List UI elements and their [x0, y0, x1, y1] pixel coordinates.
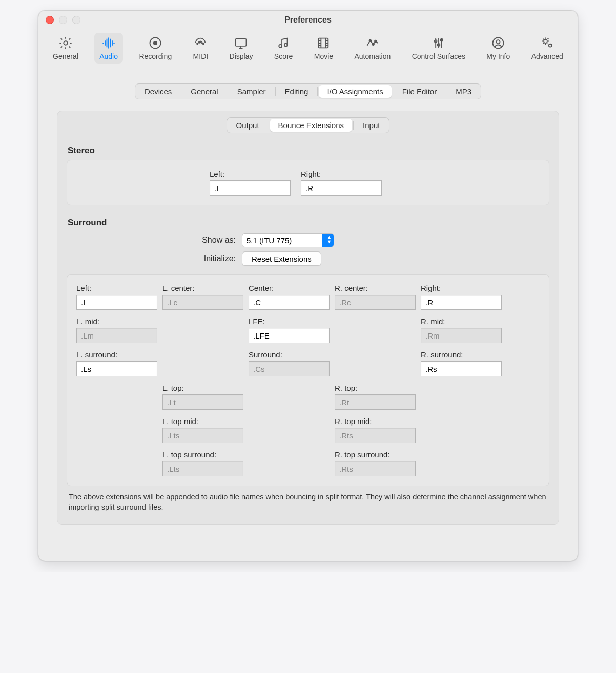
- field-center-input[interactable]: [249, 295, 330, 310]
- tabs-row-2: Output Bounce Extensions Input: [67, 117, 549, 133]
- field-surround-label: Surround:: [249, 350, 324, 359]
- field-rtopsurround-input: [335, 461, 416, 476]
- field-right-input[interactable]: [421, 295, 502, 310]
- field-ltopmid-label: L. top mid:: [162, 417, 238, 426]
- preferences-window: Preferences General Audio Recording MIDI: [38, 10, 578, 561]
- stereo-right-label: Right:: [301, 170, 382, 178]
- panel: Output Bounce Extensions Input Stereo Le…: [57, 111, 559, 525]
- svg-rect-8: [236, 39, 247, 46]
- field-rsurround-label: R. surround:: [421, 350, 497, 359]
- score-icon: [276, 36, 291, 50]
- content: Devices General Sampler Editing I/O Assi…: [38, 71, 578, 561]
- toolbar-label: Audio: [99, 52, 118, 60]
- surround-section-title: Surround: [68, 218, 549, 228]
- close-icon[interactable]: [46, 16, 54, 24]
- automation-icon: [365, 36, 380, 50]
- stereo-section-title: Stereo: [68, 145, 549, 156]
- svg-point-0: [64, 41, 67, 45]
- toolbar-movie[interactable]: Movie: [309, 33, 338, 64]
- midi-icon: [193, 36, 208, 50]
- record-icon: [148, 36, 162, 50]
- footer-note: The above extensions will be appended to…: [69, 492, 547, 512]
- toolbar-recording[interactable]: Recording: [134, 33, 177, 64]
- svg-point-2: [153, 41, 157, 45]
- field-lcenter-input: [162, 295, 243, 310]
- field-rtop-input: [335, 394, 416, 410]
- gears-icon: [540, 36, 555, 50]
- field-rcenter-label: R. center:: [335, 284, 410, 292]
- field-ltopsurround-input: [162, 461, 243, 476]
- tab-file-editor[interactable]: File Editor: [394, 85, 445, 98]
- field-rmid-input: [421, 328, 502, 343]
- toolbar-midi[interactable]: MIDI: [188, 33, 214, 64]
- toolbar-control-surfaces[interactable]: Control Surfaces: [407, 33, 470, 64]
- surround-grid: Left: L. center: Center: R. center: Righ…: [76, 284, 540, 476]
- toolbar-label: Recording: [139, 52, 172, 60]
- toolbar-label: MIDI: [193, 52, 209, 60]
- toolbar-my-info[interactable]: My Info: [481, 33, 515, 64]
- tab-output[interactable]: Output: [228, 119, 268, 132]
- field-ltop-input: [162, 394, 243, 410]
- window-title: Preferences: [284, 15, 332, 25]
- field-lfe-input[interactable]: [249, 328, 330, 343]
- toolbar-score[interactable]: Score: [269, 33, 298, 64]
- surround-grid-group: Left: L. center: Center: R. center: Righ…: [67, 274, 549, 486]
- field-lmid-label: L. mid:: [76, 317, 152, 326]
- zoom-icon[interactable]: [72, 16, 80, 24]
- traffic-lights: [46, 16, 80, 24]
- tab-sampler[interactable]: Sampler: [229, 85, 274, 98]
- reset-extensions-button[interactable]: Reset Extensions: [242, 251, 321, 266]
- field-lcenter-label: L. center:: [162, 284, 238, 292]
- toolbar-audio[interactable]: Audio: [94, 33, 123, 64]
- toolbar-general[interactable]: General: [48, 33, 84, 64]
- toolbar-advanced[interactable]: Advanced: [526, 33, 568, 64]
- field-ltop-label: L. top:: [162, 384, 238, 392]
- field-ltopsurround-label: L. top surround:: [162, 450, 238, 459]
- tab-mp3[interactable]: MP3: [447, 85, 480, 98]
- field-rtopsurround-label: R. top surround:: [335, 450, 410, 459]
- initialize-label: Initialize:: [67, 254, 236, 263]
- stereo-left-label: Left:: [210, 170, 291, 178]
- field-left-input[interactable]: [76, 295, 157, 310]
- toolbar-display[interactable]: Display: [224, 33, 258, 64]
- titlebar: Preferences: [38, 11, 578, 30]
- toolbar-label: Movie: [314, 52, 333, 60]
- field-center-label: Center:: [249, 284, 324, 292]
- waveform-icon: [101, 36, 116, 50]
- show-as-select[interactable]: 5.1 (ITU 775): [242, 233, 334, 247]
- tab-bounce-extensions[interactable]: Bounce Extensions: [270, 119, 352, 132]
- toolbar-label: My Info: [486, 52, 510, 60]
- field-left-label: Left:: [76, 284, 152, 292]
- field-rtop-label: R. top:: [335, 384, 410, 392]
- toolbar-label: Control Surfaces: [412, 52, 465, 60]
- person-icon: [491, 36, 505, 50]
- tab-io-assignments[interactable]: I/O Assignments: [319, 85, 391, 98]
- tabs-row-2-inner: Output Bounce Extensions Input: [227, 117, 390, 133]
- tabs-row-1: Devices General Sampler Editing I/O Assi…: [57, 83, 559, 99]
- field-lsurround-label: L. surround:: [76, 350, 152, 359]
- tab-devices[interactable]: Devices: [136, 85, 180, 98]
- tab-general[interactable]: General: [182, 85, 226, 98]
- field-rtopmid-label: R. top mid:: [335, 417, 410, 426]
- film-icon: [316, 36, 331, 50]
- surround-controls: Show as: 5.1 (ITU 775) ▲▼ Initialize: Re…: [67, 233, 549, 266]
- svg-point-19: [497, 40, 500, 44]
- tab-editing[interactable]: Editing: [277, 85, 317, 98]
- field-right-label: Right:: [421, 284, 497, 292]
- toolbar: General Audio Recording MIDI Display: [38, 30, 578, 71]
- field-lsurround-input[interactable]: [76, 361, 157, 376]
- tab-input[interactable]: Input: [355, 119, 388, 132]
- stereo-right-input[interactable]: [301, 180, 382, 196]
- stereo-left-input[interactable]: [210, 180, 291, 196]
- minimize-icon[interactable]: [59, 16, 67, 24]
- svg-point-7: [200, 41, 201, 43]
- display-icon: [234, 36, 248, 50]
- toolbar-automation[interactable]: Automation: [349, 33, 396, 64]
- svg-point-21: [549, 44, 552, 47]
- field-rsurround-input[interactable]: [421, 361, 502, 376]
- sliders-icon: [432, 36, 446, 50]
- svg-point-6: [203, 43, 204, 44]
- svg-point-20: [544, 39, 547, 43]
- toolbar-label: Display: [230, 52, 253, 60]
- svg-point-3: [197, 43, 198, 44]
